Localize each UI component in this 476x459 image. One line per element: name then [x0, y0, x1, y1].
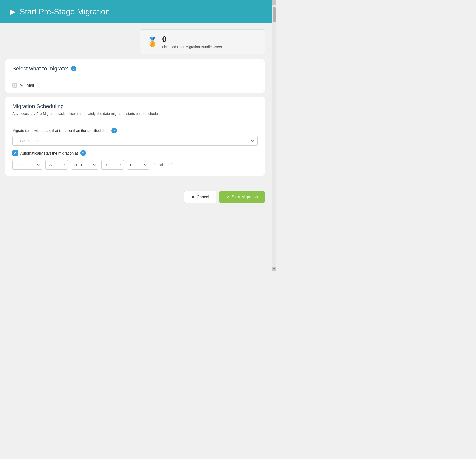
scrollbar-track	[272, 5, 276, 267]
hour-select[interactable]: 0	[101, 160, 124, 170]
mail-icon: ✉	[20, 83, 24, 88]
date-filter-help-icon[interactable]: ?	[111, 128, 117, 133]
page-header: ▶ Start Pre-Stage Migration	[0, 0, 276, 23]
stats-info: 0 Licensed User Migration Bundle Users	[162, 35, 222, 49]
scheduling-section-body: Migrate items with a date that is earlie…	[5, 122, 265, 176]
page-title: Start Pre-Stage Migration	[20, 7, 110, 16]
auto-start-help-icon[interactable]: ?	[80, 150, 86, 156]
migrate-help-icon[interactable]: ?	[71, 66, 76, 71]
stats-card: 🏅 0 Licensed User Migration Bundle Users	[140, 29, 265, 54]
scrollbar[interactable]: ▲ ▼	[272, 0, 276, 271]
stats-label: Licensed User Migration Bundle Users	[162, 45, 222, 49]
date-filter-label: Migrate items with a date that is earlie…	[12, 128, 258, 133]
migrate-section-header: Select what to migrate: ?	[5, 59, 265, 78]
local-time-label: (Local Time)	[153, 163, 173, 167]
year-select[interactable]: 2021 2022	[71, 160, 98, 170]
play-icon: ▶	[10, 8, 16, 16]
auto-start-checkbox[interactable]	[12, 150, 18, 156]
scroll-down-arrow[interactable]: ▼	[272, 267, 276, 271]
scroll-up-arrow[interactable]: ▲	[272, 0, 276, 5]
start-migration-button[interactable]: ✓ Start Migration	[219, 191, 265, 203]
scheduling-section-header: Migration Scheduling Any necessary Pre-M…	[5, 97, 265, 122]
cancel-icon: ✕	[191, 195, 195, 199]
start-label: Start Migration	[232, 195, 258, 199]
day-select[interactable]: 27	[45, 160, 68, 170]
mail-label: Mail	[27, 83, 34, 88]
cancel-button[interactable]: ✕ Cancel	[184, 191, 216, 203]
migrate-card: Select what to migrate: ? ✉ Mail	[5, 59, 265, 93]
scheduling-card: Migration Scheduling Any necessary Pre-M…	[5, 97, 265, 176]
month-select[interactable]: Oct Jan Feb Mar Apr May Jun Jul Aug Sep …	[12, 160, 42, 170]
stats-count: 0	[162, 35, 222, 44]
footer-actions: ✕ Cancel ✓ Start Migration	[0, 186, 272, 208]
minute-select[interactable]: 0	[127, 160, 149, 170]
date-filter-select[interactable]: -- Select One --	[12, 136, 258, 146]
start-icon: ✓	[226, 195, 230, 199]
auto-start-label: Automatically start the migration at	[20, 151, 78, 155]
mail-row: ✉ Mail	[5, 78, 265, 93]
migrate-section-title: Select what to migrate: ?	[12, 65, 258, 72]
scrollbar-thumb[interactable]	[273, 7, 276, 22]
bundle-icon: 🏅	[147, 37, 158, 47]
date-time-row: Oct Jan Feb Mar Apr May Jun Jul Aug Sep …	[12, 160, 258, 170]
cancel-label: Cancel	[197, 195, 209, 199]
mail-checkbox[interactable]	[12, 83, 17, 88]
main-content: 🏅 0 Licensed User Migration Bundle Users…	[0, 23, 272, 186]
auto-start-row: Automatically start the migration at ?	[12, 150, 258, 156]
scheduling-title: Migration Scheduling	[12, 103, 258, 110]
scheduling-desc: Any necessary Pre-Migration tasks occur …	[12, 112, 258, 116]
